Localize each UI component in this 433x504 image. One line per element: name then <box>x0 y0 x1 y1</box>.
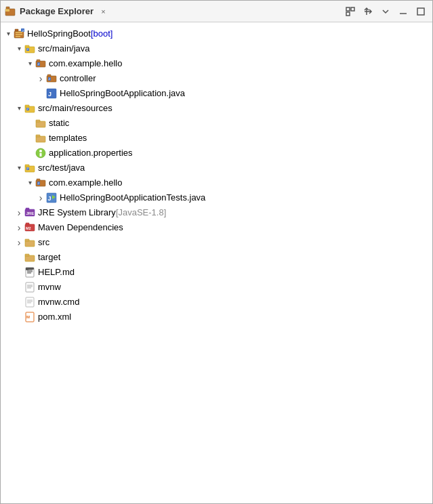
svg-rect-7 <box>417 8 424 15</box>
package-explorer-content: ▾ J HelloSpringBoot [boot]▾ J src/main/j… <box>1 22 432 503</box>
tree-arrow[interactable] <box>14 267 24 278</box>
svg-text:J: J <box>22 29 24 33</box>
svg-rect-5 <box>346 12 350 16</box>
tree-item-label: controller <box>60 72 96 85</box>
tree-item-src-test-java[interactable]: ▾ J src/test/java <box>3 161 430 175</box>
tree-item-extra: [boot] <box>91 27 113 41</box>
svg-rect-67 <box>26 282 34 292</box>
tree-item-HelloSpringBootApplicationTests[interactable]: › J HelloSpringBootApplicationTests.java <box>3 190 430 205</box>
svg-text:J: J <box>27 167 28 170</box>
svg-rect-4 <box>351 7 354 11</box>
svg-text:M: M <box>26 315 30 319</box>
tree-arrow[interactable]: ▾ <box>25 177 35 188</box>
tree-item-application-properties[interactable]: application.properties <box>3 146 430 161</box>
tree-arrow[interactable] <box>36 88 45 99</box>
tree-arrow[interactable]: › <box>14 222 24 233</box>
svg-rect-33 <box>36 121 45 127</box>
tree-item-label: pom.xml <box>38 310 71 324</box>
title-bar: Package Explorer × <box>1 1 432 22</box>
tree-item-src[interactable]: › src <box>3 235 430 250</box>
tree-item-label: static <box>49 117 69 130</box>
folder-icon <box>35 118 47 129</box>
svg-rect-60 <box>25 254 29 256</box>
java-class-icon: J <box>45 88 58 99</box>
tree-arrow[interactable]: › <box>36 192 45 203</box>
tree-arrow[interactable] <box>25 118 35 129</box>
svg-rect-52 <box>26 208 29 210</box>
tree-item-templates[interactable]: templates <box>3 131 430 146</box>
title-actions <box>343 4 428 19</box>
tree-item-static[interactable]: static <box>3 116 430 131</box>
svg-point-38 <box>39 150 42 152</box>
tree-arrow[interactable] <box>14 282 24 293</box>
svg-rect-58 <box>25 239 29 241</box>
panel-title: Package Explorer <box>20 6 94 16</box>
tree-item-mvnw[interactable]: mvnw <box>3 280 430 295</box>
tree-arrow[interactable] <box>25 148 35 159</box>
svg-rect-10 <box>16 32 22 33</box>
tree-arrow[interactable]: ▾ <box>3 28 13 39</box>
package-icon: J <box>35 177 47 188</box>
sync-button[interactable] <box>343 4 358 19</box>
svg-text:J: J <box>27 107 28 110</box>
cmd-file-icon <box>24 297 36 308</box>
tree-item-label: src/main/java <box>38 42 90 56</box>
tree-item-src-main-java[interactable]: ▾ J src/main/java <box>3 41 430 56</box>
md-file-icon <box>24 267 36 278</box>
tree-item-com-example-hello[interactable]: ▾ J com.example.hello <box>3 56 430 71</box>
tree-arrow[interactable]: ▾ <box>25 58 35 69</box>
folder-icon <box>24 237 36 248</box>
tree-item-controller[interactable]: › J controller <box>3 71 430 86</box>
svg-rect-3 <box>346 7 350 11</box>
svg-rect-39 <box>40 153 42 156</box>
tree-item-target[interactable]: target <box>3 250 430 265</box>
tree-arrow[interactable] <box>14 252 24 263</box>
link-editor-button[interactable] <box>360 4 375 19</box>
tree-arrow[interactable] <box>25 133 35 144</box>
folder-icon <box>24 252 36 263</box>
properties-icon <box>35 148 47 159</box>
svg-rect-11 <box>16 34 22 35</box>
panel-close-button[interactable]: × <box>98 6 108 17</box>
tree-item-HelloSpringBootApplication[interactable]: J HelloSpringBootApplication.java <box>3 86 430 101</box>
svg-text:J: J <box>38 62 39 66</box>
tree-arrow[interactable]: › <box>36 73 45 84</box>
svg-rect-2 <box>6 7 9 9</box>
tree-item-src-main-resources[interactable]: ▾ J src/main/resources <box>3 101 430 116</box>
tree-arrow[interactable]: ▾ <box>14 163 24 173</box>
svg-text:M2: M2 <box>26 226 31 230</box>
minimize-button[interactable] <box>396 4 411 19</box>
tree-item-root[interactable]: ▾ J HelloSpringBoot [boot] <box>3 26 430 41</box>
tree-item-help-md[interactable]: HELP.md <box>3 265 430 280</box>
view-menu-button[interactable] <box>378 4 393 19</box>
tree-item-pom-xml[interactable]: M pom.xml <box>3 310 430 324</box>
src-folder-icon: J <box>24 103 36 114</box>
title-left: Package Explorer × <box>5 6 109 17</box>
svg-rect-24 <box>47 75 51 77</box>
tree-item-label: HelloSpringBootApplicationTests.java <box>60 191 205 205</box>
java-test-icon: J <box>45 192 58 203</box>
svg-rect-35 <box>36 136 45 142</box>
tree-arrow[interactable]: ▾ <box>14 103 24 114</box>
tree-item-label: target <box>38 251 60 264</box>
tree-item-label: HelloSpringBoot <box>27 27 91 41</box>
tree-arrow[interactable]: ▾ <box>14 43 24 54</box>
tree-item-label: com.example.hello <box>49 176 122 190</box>
tree-item-maven-dependencies[interactable]: › M2 Maven Dependencies <box>3 220 430 235</box>
tree-item-label: src/test/java <box>38 161 85 175</box>
tree-arrow[interactable] <box>14 297 24 308</box>
tree-item-label: src/main/resources <box>38 102 112 115</box>
tree-item-mvnw-cmd[interactable]: mvnw.cmd <box>3 295 430 310</box>
tree-item-com-example-hello-test[interactable]: ▾ J com.example.hello <box>3 175 430 190</box>
tree-arrow[interactable] <box>14 312 24 322</box>
maximize-button[interactable] <box>413 4 428 19</box>
src-folder-icon: J <box>24 163 36 173</box>
tree-item-extra: [JavaSE-1.8] <box>116 206 166 219</box>
tree-item-jre-system-library[interactable]: › JRE JRE System Library [JavaSE-1.8] <box>3 205 430 220</box>
svg-rect-59 <box>25 255 35 261</box>
tree-item-label: mvnw.cmd <box>38 295 79 309</box>
tree-arrow[interactable]: › <box>14 237 24 248</box>
tree-arrow[interactable]: › <box>14 207 24 218</box>
svg-text:J: J <box>49 77 50 81</box>
src-folder-icon: J <box>24 43 36 54</box>
